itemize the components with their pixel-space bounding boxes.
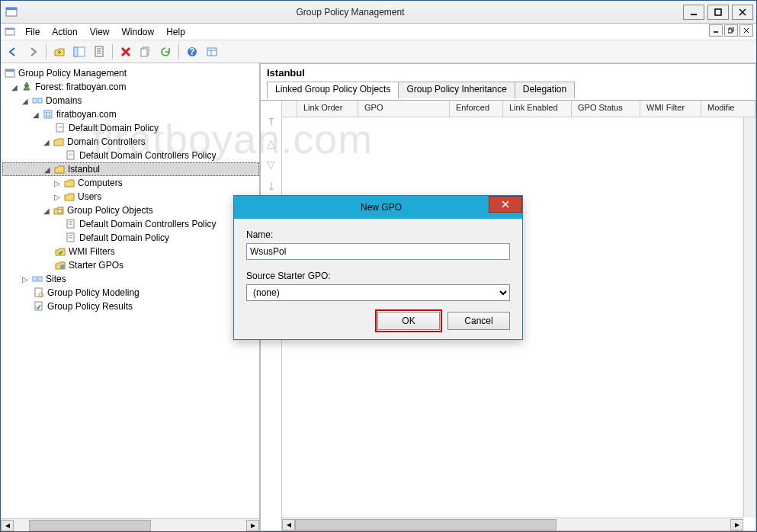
tree-users[interactable]: ▷ Users <box>2 190 259 204</box>
grid-col-modified[interactable]: Modifie <box>701 101 755 117</box>
tree-domain-label: firatboyan.com <box>56 109 117 120</box>
move-up-icon[interactable]: △ <box>267 137 275 149</box>
grid-col-enforced[interactable]: Enforced <box>450 101 503 117</box>
toolbar-separator <box>178 44 179 59</box>
properties-button[interactable] <box>90 43 108 61</box>
menu-window[interactable]: Window <box>116 25 161 39</box>
tree-expander[interactable]: ◢ <box>42 138 51 146</box>
menu-action[interactable]: Action <box>46 25 83 39</box>
gpo-editor-button[interactable] <box>203 43 221 61</box>
child-restore-button[interactable] <box>724 24 738 37</box>
tree-results-label: Group Policy Results <box>47 301 133 312</box>
svg-rect-34 <box>49 112 50 114</box>
grid-col-gpo[interactable]: GPO <box>358 101 450 117</box>
grid-col-blank[interactable] <box>282 101 297 117</box>
scroll-right-button[interactable]: ▸ <box>730 519 743 530</box>
move-bottom-icon[interactable]: ⤓ <box>267 180 276 192</box>
child-minimize-button[interactable] <box>709 24 723 37</box>
tree-wmi[interactable]: WMI Filters <box>2 245 259 258</box>
tab-delegation[interactable]: Delegation <box>515 82 575 98</box>
content-header: Istanbul Linked Group Policy Objects Gro… <box>261 64 755 101</box>
tree-expander[interactable]: ◢ <box>42 207 51 215</box>
tree-forest[interactable]: ◢ Forest: firatboyan.com <box>2 80 259 94</box>
dialog-titlebar[interactable]: New GPO <box>234 196 522 219</box>
back-button[interactable] <box>4 43 22 61</box>
move-down-icon[interactable]: ▽ <box>267 159 275 171</box>
forest-icon <box>21 81 33 93</box>
tab-inheritance[interactable]: Group Policy Inheritance <box>398 82 515 98</box>
tree-expander[interactable]: ▷ <box>53 193 62 201</box>
tab-linked[interactable]: Linked Group Policy Objects <box>267 82 399 98</box>
ok-button[interactable]: OK <box>377 312 440 330</box>
tree-root[interactable]: Group Policy Management <box>2 66 259 80</box>
tree-starter[interactable]: Starter GPOs <box>2 258 259 272</box>
copy-button[interactable] <box>136 43 155 61</box>
help-button[interactable]: ? <box>183 43 201 61</box>
refresh-button[interactable] <box>156 43 175 61</box>
tree-expander[interactable]: ◢ <box>10 83 19 91</box>
scroll-left-button[interactable]: ◂ <box>282 519 295 530</box>
content-title: Istanbul <box>267 67 749 79</box>
grid-col-linkorder[interactable]: Link Order <box>297 101 358 117</box>
grid-col-linkenabled[interactable]: Link Enabled <box>503 101 572 117</box>
tree-gpo-ddp-label: Default Domain Policy <box>79 232 169 243</box>
tree-starter-label: Starter GPOs <box>69 260 123 271</box>
delete-button[interactable] <box>117 43 135 61</box>
menubar: File Action View Window Help <box>1 24 756 40</box>
policy-link-icon <box>65 149 77 162</box>
sites-icon <box>31 273 43 285</box>
grid-h-scrollbar[interactable]: ◂ ▸ <box>282 518 743 530</box>
tree-expander[interactable]: ▷ <box>53 179 62 187</box>
toolbar-separator <box>112 44 113 59</box>
tree-gpo[interactable]: ◢ Group Policy Objects <box>2 204 259 217</box>
tree-ddcp[interactable]: Default Domain Controllers Policy <box>2 149 259 162</box>
grid-v-scrollbar[interactable] <box>743 117 755 518</box>
titlebar: Group Policy Management <box>1 1 756 24</box>
child-close-button[interactable] <box>739 24 753 37</box>
dialog-body: Name: Source Starter GPO: (none) OK Canc… <box>234 219 522 339</box>
grid-col-wmifilter[interactable]: WMI Filter <box>640 101 701 117</box>
tree-domains[interactable]: ◢ Domains <box>2 94 259 107</box>
tree-forest-label: Forest: firatboyan.com <box>35 82 126 92</box>
tree-dc[interactable]: ◢ Domain Controllers <box>2 135 259 149</box>
name-input[interactable] <box>246 243 510 260</box>
tree-gpo-ddp[interactable]: Default Domain Policy <box>2 231 259 245</box>
scroll-thumb[interactable] <box>29 520 151 531</box>
svg-rect-48 <box>38 277 42 281</box>
show-hide-tree-button[interactable] <box>70 43 88 61</box>
minimize-button[interactable] <box>683 5 704 20</box>
tree-ddp[interactable]: Default Domain Policy <box>2 121 259 135</box>
tree-results[interactable]: Group Policy Results <box>2 300 259 313</box>
tree-expander[interactable]: ◢ <box>31 111 40 119</box>
menu-file[interactable]: File <box>19 25 46 39</box>
ou-icon <box>63 191 75 203</box>
tree-computers[interactable]: ▷ Computers <box>2 176 259 190</box>
tree-expander[interactable]: ▷ <box>21 275 30 284</box>
up-folder-button[interactable] <box>50 43 69 61</box>
tree-istanbul[interactable]: ◢ Istanbul <box>2 162 259 176</box>
tree-domain[interactable]: ◢ firatboyan.com <box>2 107 259 121</box>
svg-rect-14 <box>74 47 78 56</box>
svg-rect-7 <box>5 28 14 30</box>
scroll-right-button[interactable]: ▸ <box>246 520 259 531</box>
forward-button[interactable] <box>24 43 42 61</box>
svg-rect-32 <box>44 111 52 118</box>
dialog-close-button[interactable] <box>489 196 522 213</box>
tree-modeling[interactable]: Group Policy Modeling <box>2 286 259 300</box>
grid-col-gpostatus[interactable]: GPO Status <box>572 101 640 117</box>
tree-content[interactable]: Group Policy Management ◢ Forest: firatb… <box>1 63 259 518</box>
maximize-button[interactable] <box>707 5 729 20</box>
scroll-left-button[interactable]: ◂ <box>1 520 14 531</box>
menu-help[interactable]: Help <box>160 25 191 39</box>
close-button[interactable] <box>732 5 753 20</box>
move-top-icon[interactable]: ⤒ <box>267 116 276 128</box>
tree-gpo-ddcp[interactable]: Default Domain Controllers Policy <box>2 217 259 231</box>
tree-expander[interactable]: ◢ <box>21 97 30 105</box>
cancel-button[interactable]: Cancel <box>447 312 510 330</box>
tree-sites[interactable]: ▷ Sites <box>2 272 259 286</box>
tree-expander[interactable]: ◢ <box>43 165 52 174</box>
source-starter-select[interactable]: (none) <box>246 284 510 301</box>
tree-h-scrollbar[interactable]: ◂ ▸ <box>1 518 259 531</box>
svg-rect-31 <box>38 98 42 103</box>
menu-view[interactable]: View <box>84 25 116 39</box>
